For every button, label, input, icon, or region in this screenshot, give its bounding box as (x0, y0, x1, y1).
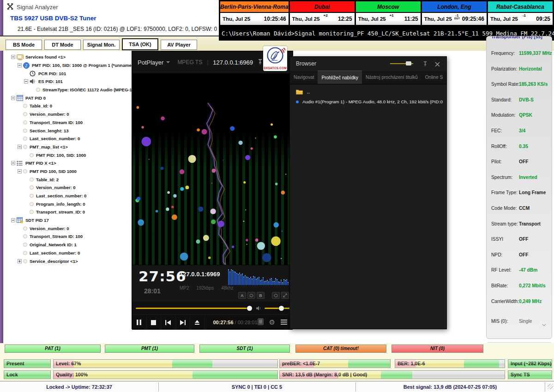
tree-item[interactable]: Version_number: 0 (4, 110, 129, 119)
volume-bar[interactable] (265, 308, 290, 309)
fullscreen-button[interactable] (281, 292, 289, 299)
settings-gear-icon[interactable]: ⚙ (269, 319, 275, 326)
loop-button[interactable] (272, 292, 280, 299)
player-seek-row (132, 302, 293, 315)
tab-bs-mode[interactable]: BS Mode (6, 40, 42, 50)
collapse-icon[interactable]: − (11, 161, 15, 165)
collapse-icon[interactable]: − (11, 218, 15, 222)
chevron-down-icon[interactable] (542, 320, 546, 328)
parameter-row: Spectrum:Inverted (487, 175, 552, 181)
clock-date: Thu, Jul 25 (358, 16, 386, 22)
tree-item[interactable]: Transport_Stream ID: 100 (4, 119, 129, 127)
node-bullet-icon (23, 251, 27, 255)
tree-item[interactable]: Table_Id: 0 (4, 102, 129, 110)
previous-button[interactable] (161, 315, 176, 330)
dxsatcs-logo: DXSATCS.COM (263, 46, 287, 71)
clock-time: Thu, Jul 2510:25:46 (220, 13, 289, 25)
tree-item[interactable]: Transport_Stream ID: 100 (4, 232, 129, 241)
tuner-name: TBS 5927 USB DVB-S2 Tuner (10, 15, 96, 22)
player-app-name[interactable]: PotPlayer (138, 59, 163, 66)
chevron-down-icon[interactable] (166, 61, 170, 63)
eject-button[interactable] (190, 315, 205, 330)
stop-button[interactable] (147, 315, 162, 330)
mis-value[interactable]: Single (519, 319, 532, 324)
tree-item[interactable]: +Service_descriptor <1> (4, 257, 129, 265)
repeat-loop-button[interactable] (247, 292, 255, 299)
browser-opacity-knob[interactable] (406, 61, 411, 65)
tree-item[interactable]: −PMT PID 100, SID 1000 (4, 167, 129, 176)
tree-item[interactable]: Last_section_number: 0 (4, 135, 129, 143)
tree-item[interactable]: −♪PMT PID: 100, SID: 1000 @ Program 1 (*… (4, 61, 129, 70)
tab-signal-mon-[interactable]: Signal Mon. (83, 40, 120, 50)
seek-knob[interactable] (247, 306, 252, 311)
tree-item[interactable]: Last_section_number: 0 (4, 192, 129, 200)
tree-item-label: StreamType: ISO/IEC 11172 Audio (MPEG-1)… (42, 87, 140, 92)
parameter-label: RF Level: (491, 267, 512, 273)
bitrate: 192kbps (196, 285, 214, 291)
parameter-value: 0.35 (519, 144, 528, 149)
collapse-icon[interactable]: − (18, 63, 22, 67)
audio-track-label: Audio #1(Program 1) - MPEG Audio, 48.0 k… (302, 99, 443, 104)
collapse-icon[interactable]: − (11, 55, 15, 59)
tree-item[interactable]: StreamType: ISO/IEC 11172 Audio (MPEG-1)… (4, 86, 129, 94)
tree-item[interactable]: −PAT PID 0 (4, 94, 129, 102)
collapse-icon[interactable]: − (24, 79, 28, 83)
tree-item[interactable]: PCR PID: 101 (4, 69, 129, 77)
browser-tab-0[interactable]: Navigovat (290, 71, 318, 84)
next-button[interactable] (176, 315, 191, 330)
seek-bar[interactable] (136, 308, 252, 309)
tree-item[interactable]: Original_Network ID: 1 (4, 241, 129, 249)
pmt-list-icon (17, 160, 24, 166)
tree-item[interactable]: Transport_stream_ID: 0 (4, 208, 129, 216)
parameter-label: Frame Type: (491, 190, 518, 195)
parameter-value: DVB-S (519, 97, 534, 102)
tree-item[interactable]: Section_lenght: 13 (4, 126, 129, 135)
tree-item[interactable]: Last_section_number: 0 (4, 249, 129, 257)
node-bullet-icon (23, 234, 27, 238)
tree-item[interactable]: −PMT PID X <1> (4, 159, 129, 167)
meter-lock: Lock (4, 370, 51, 379)
browser-tab-2[interactable]: Nástroj procházení titulků (362, 71, 422, 84)
repeat-b-button[interactable]: B (257, 292, 265, 299)
world-clock-panel: Berlin-Paris-Vienna-RomaThu, Jul 2510:25… (219, 0, 554, 27)
volume-knob[interactable] (279, 306, 284, 311)
resize-grip[interactable] (548, 384, 553, 389)
parent-folder-item[interactable]: .. (296, 89, 310, 95)
collapse-icon[interactable]: − (11, 96, 15, 100)
sdt-table-icon (17, 217, 24, 224)
tree-item[interactable]: −PMT_map_list <1> (4, 143, 129, 151)
pin-icon[interactable] (422, 60, 428, 69)
pause-button[interactable] (132, 315, 147, 330)
browser-tab-3[interactable]: Online S (422, 71, 446, 84)
menu-icon[interactable] (281, 318, 287, 327)
pin-icon[interactable] (257, 59, 263, 67)
tree-item[interactable]: −Services found <1> (4, 53, 129, 61)
tree-item[interactable]: −SDT PID 17 (4, 216, 129, 225)
expand-icon[interactable]: + (18, 259, 22, 263)
node-bullet-icon (23, 129, 27, 133)
window-edge (0, 0, 3, 355)
repeat-a-button[interactable]: A (238, 292, 246, 299)
collapse-icon[interactable]: − (18, 169, 22, 173)
tree-item-label: Table_Id: 0 (30, 103, 52, 108)
browser-tab-1[interactable]: Prohlížeč nabídky (318, 71, 362, 84)
playlist-icon[interactable] (258, 318, 264, 327)
tab-dt-mode[interactable]: DT Mode (44, 40, 81, 50)
close-icon[interactable] (435, 60, 440, 69)
tree-item[interactable]: PMT PID: 100, SID: 1000 (4, 151, 129, 159)
tree-item[interactable]: −ES PID: 101 (4, 77, 129, 86)
clock-time: Thu, Jul 25+212:25 (290, 13, 355, 25)
tree-item[interactable]: Version_number: 0 (4, 224, 129, 232)
tuner-details: 21.6E - Eutelsat 21B _SES 16 (ID: 0216) … (18, 26, 217, 32)
tab-tsa-ok-[interactable]: TSA (OK) (122, 38, 158, 50)
volume-icon[interactable] (256, 305, 262, 313)
audio-track-item[interactable]: Audio #1(Program 1) - MPEG Audio, 48.0 k… (296, 99, 443, 104)
clock-column: Rabat-CasablancaThu, Jul 25-109:25 (488, 1, 553, 25)
tree-item[interactable]: Program_info_length: 0 (4, 200, 129, 208)
tab-av-player[interactable]: AV Player (161, 40, 197, 50)
parameter-label: Code Mode: (491, 206, 517, 211)
collapse-icon[interactable]: − (18, 145, 22, 149)
tree-item[interactable]: Table_Id: 2 (4, 175, 129, 184)
parameter-value: Horizontal (519, 66, 542, 71)
tree-item[interactable]: Version_number: 0 (4, 184, 129, 192)
